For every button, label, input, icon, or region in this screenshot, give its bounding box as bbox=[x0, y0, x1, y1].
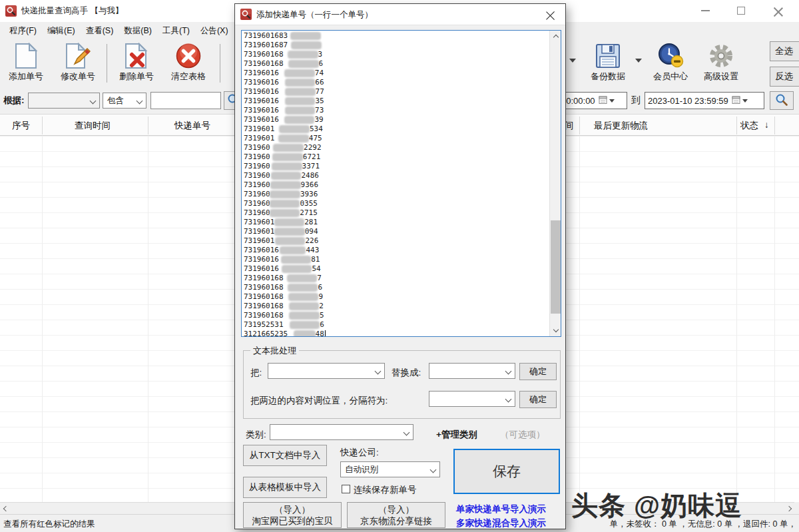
replace-to-combo[interactable] bbox=[429, 363, 515, 379]
tracking-number-line: 7319601686 bbox=[244, 59, 326, 69]
minimize-button[interactable] bbox=[690, 0, 720, 21]
filter-field-combo[interactable] bbox=[28, 93, 100, 109]
col-query-time[interactable]: 查询时间 bbox=[75, 120, 111, 132]
tracking-number-line: 7319601682 bbox=[244, 302, 326, 311]
document-add-icon bbox=[14, 41, 38, 69]
修改单号-button[interactable]: 修改单号 bbox=[53, 41, 103, 85]
tracking-number-line: 7319601281 bbox=[244, 218, 326, 227]
redaction-smudge bbox=[278, 134, 309, 142]
category-combo[interactable] bbox=[270, 424, 413, 440]
save-button[interactable]: 保存 bbox=[453, 449, 560, 494]
dialog-title: 添加快递单号（一行一个单号） bbox=[256, 9, 373, 21]
redaction-smudge bbox=[282, 265, 312, 273]
redaction-smudge bbox=[272, 162, 302, 170]
date-to-field[interactable]: 2023-01-10 23:59:59 bbox=[645, 92, 764, 109]
filter-contains-combo[interactable]: 包含 bbox=[103, 93, 146, 109]
multi-courier-demo-link[interactable]: 多家快递混合导入演示 bbox=[456, 517, 546, 529]
dialog-app-icon bbox=[240, 9, 252, 20]
courier-combo[interactable]: 自动识别 bbox=[340, 461, 440, 477]
col-seq[interactable]: 序号 bbox=[12, 120, 30, 132]
dialog-close-button[interactable] bbox=[539, 5, 561, 24]
redaction-smudge bbox=[270, 200, 300, 208]
caret-down-icon bbox=[742, 99, 748, 103]
redaction-smudge bbox=[285, 79, 316, 87]
redaction-smudge bbox=[289, 312, 320, 320]
import-txt-button[interactable]: 从TXT文档中导入 bbox=[243, 445, 327, 466]
horizontal-scrollbar-left[interactable] bbox=[0, 502, 234, 514]
添加单号-button[interactable]: 添加单号 bbox=[1, 41, 51, 85]
redaction-smudge bbox=[272, 153, 303, 161]
calendar-icon bbox=[732, 95, 741, 107]
menu-item[interactable]: 查看(S) bbox=[81, 23, 119, 39]
scroll-up-icon[interactable] bbox=[550, 31, 561, 42]
magnifier-icon bbox=[775, 93, 788, 109]
redaction-smudge bbox=[290, 32, 321, 40]
manage-category-link[interactable]: +管理类别 bbox=[436, 429, 477, 441]
sort-descending-icon[interactable]: ↓ bbox=[764, 120, 769, 130]
select-all-button[interactable]: 全选 bbox=[770, 41, 799, 61]
tracking-number-line: 312166523548 bbox=[244, 330, 326, 337]
清空表格-button[interactable]: 清空表格 bbox=[164, 41, 213, 85]
hidden-button-caret-icon[interactable] bbox=[569, 59, 576, 63]
tracking-number-line: 7319601654 bbox=[244, 264, 326, 274]
scroll-left-icon[interactable] bbox=[0, 503, 11, 514]
redaction-smudge bbox=[273, 144, 304, 152]
tracking-number-line: 7319601686 bbox=[244, 283, 326, 292]
删除单号-button[interactable]: 删除单号 bbox=[112, 41, 161, 85]
query-search-button[interactable] bbox=[770, 91, 794, 110]
backup-caret-icon[interactable] bbox=[635, 59, 642, 63]
desktop-root: { "window": { "title": "快递批量查询高手 【与我】" }… bbox=[0, 0, 799, 532]
tracking-number-line: 7319601687 bbox=[244, 274, 326, 283]
col-tracking-no[interactable]: 快递单号 bbox=[174, 120, 210, 132]
floppy-disk-icon bbox=[595, 41, 621, 69]
text-batch-legend: 文本批处理 bbox=[250, 345, 299, 357]
close-button[interactable] bbox=[763, 0, 794, 21]
redaction-smudge bbox=[270, 209, 300, 217]
backup-data-button[interactable]: 备份数据 bbox=[583, 41, 633, 85]
tracking-number-line: 73196016443 bbox=[244, 246, 326, 255]
redaction-smudge bbox=[279, 125, 310, 133]
scrollbar-thumb[interactable] bbox=[551, 220, 561, 314]
menu-item[interactable]: 编辑(E) bbox=[42, 23, 81, 39]
redaction-smudge bbox=[284, 69, 315, 77]
col-status[interactable]: 状态 bbox=[740, 120, 758, 132]
import-template-button[interactable]: 从表格模板中导入 bbox=[243, 477, 327, 498]
replace-from-combo[interactable] bbox=[268, 363, 385, 379]
member-center-button[interactable]: 会员中心 bbox=[646, 41, 695, 85]
redaction-smudge bbox=[291, 41, 322, 49]
tracking-number-line: 7319601534 bbox=[244, 125, 326, 134]
menu-item[interactable]: 公告(X) bbox=[195, 23, 234, 39]
clock-icon bbox=[657, 41, 684, 69]
dialog-titlebar: 添加快递单号（一行一个单号） bbox=[235, 4, 565, 25]
tracking-number-line: 7319601677 bbox=[244, 87, 326, 97]
maximize-button[interactable] bbox=[726, 0, 756, 21]
filter-search-input[interactable] bbox=[150, 92, 221, 109]
advanced-settings-button[interactable]: 高级设置 bbox=[696, 41, 746, 85]
redaction-smudge bbox=[290, 321, 320, 329]
tracking-number-line: 7319606721 bbox=[244, 152, 326, 162]
date-from-field[interactable]: 00:00:00 bbox=[558, 92, 627, 109]
redaction-smudge bbox=[280, 246, 306, 254]
replace-ok-button[interactable]: 确定 bbox=[519, 363, 557, 380]
swap-ok-button[interactable]: 确定 bbox=[519, 391, 557, 408]
tracking-number-line: 7319601689 bbox=[244, 292, 326, 302]
jd-import-button[interactable]: （导入）京东物流分享链接 bbox=[347, 502, 445, 528]
swap-separator-combo[interactable] bbox=[429, 391, 515, 407]
scroll-right-icon[interactable] bbox=[783, 503, 794, 514]
col-partial-time[interactable]: 间 bbox=[565, 120, 574, 132]
taobao-import-button[interactable]: （导入）淘宝网已买到的宝贝 bbox=[243, 502, 342, 528]
single-courier-demo-link[interactable]: 单家快递单号导入演示 bbox=[456, 503, 546, 515]
keep-saving-checkbox[interactable] bbox=[342, 485, 350, 493]
col-last-update[interactable]: 最后更新物流 bbox=[594, 120, 648, 132]
redaction-smudge bbox=[284, 116, 315, 124]
textarea-scrollbar[interactable] bbox=[549, 31, 561, 336]
invert-select-button[interactable]: 反选 bbox=[770, 67, 799, 87]
tracking-numbers-textarea[interactable]: 7319601683731960168773196016837319601686… bbox=[241, 30, 561, 337]
menu-item[interactable]: 工具(T) bbox=[157, 23, 195, 39]
redaction-smudge bbox=[275, 237, 306, 245]
menu-item[interactable]: 数据(B) bbox=[119, 23, 157, 39]
redaction-smudge bbox=[285, 88, 316, 96]
document-delete-icon bbox=[124, 41, 149, 69]
menu-item[interactable]: 程序(F) bbox=[4, 23, 42, 39]
scroll-down-icon[interactable] bbox=[550, 325, 561, 336]
